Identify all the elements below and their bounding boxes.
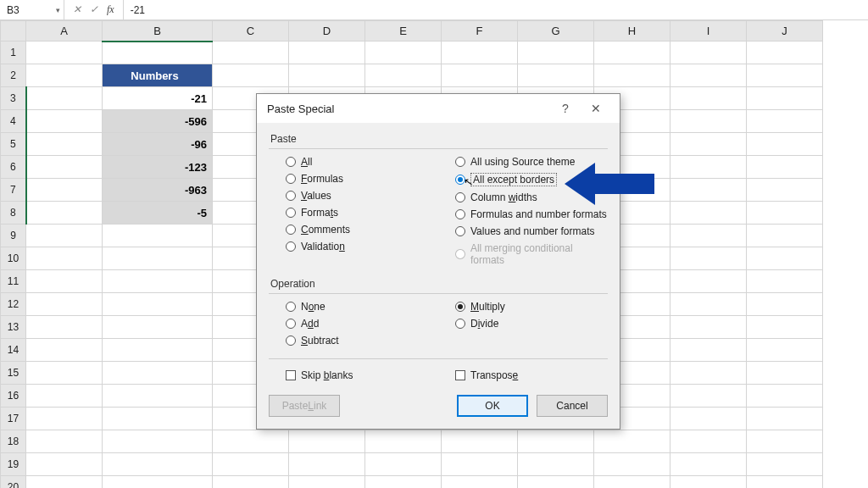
ok-button[interactable]: OK bbox=[457, 395, 528, 417]
row-header[interactable]: 14 bbox=[1, 339, 26, 362]
cell[interactable] bbox=[26, 362, 103, 385]
cell[interactable] bbox=[747, 247, 823, 270]
cell[interactable] bbox=[747, 316, 823, 339]
cell[interactable] bbox=[670, 385, 747, 408]
cell[interactable] bbox=[747, 110, 823, 133]
skip-blanks-checkbox[interactable]: Skip blanks bbox=[269, 369, 438, 381]
cell[interactable] bbox=[365, 430, 442, 453]
cell[interactable] bbox=[26, 476, 103, 489]
cell[interactable] bbox=[26, 385, 103, 408]
col-header-E[interactable]: E bbox=[365, 21, 442, 42]
radio-formulas[interactable]: Formulas bbox=[286, 173, 438, 185]
radio-formulas-and-number-formats[interactable]: Formulas and number formats bbox=[455, 208, 608, 220]
cell[interactable] bbox=[26, 110, 103, 133]
cell[interactable] bbox=[747, 453, 823, 476]
row-header[interactable]: 20 bbox=[1, 476, 26, 489]
cell[interactable] bbox=[747, 87, 823, 110]
cell[interactable] bbox=[747, 385, 823, 408]
cell[interactable] bbox=[213, 476, 289, 489]
cell[interactable] bbox=[26, 247, 103, 270]
cell[interactable] bbox=[26, 225, 103, 247]
row-header[interactable]: 15 bbox=[1, 362, 26, 385]
cell[interactable] bbox=[442, 453, 518, 476]
radio-all[interactable]: All bbox=[286, 156, 438, 168]
row-header[interactable]: 10 bbox=[1, 247, 26, 270]
cell[interactable] bbox=[670, 339, 747, 362]
row-header[interactable]: 13 bbox=[1, 316, 26, 339]
dialog-titlebar[interactable]: Paste Special ? ✕ bbox=[257, 94, 620, 123]
row-header[interactable]: 2 bbox=[1, 64, 26, 87]
cell[interactable] bbox=[747, 202, 823, 225]
cell[interactable] bbox=[670, 202, 747, 225]
col-header-H[interactable]: H bbox=[594, 21, 670, 42]
cell[interactable] bbox=[670, 362, 747, 385]
cell[interactable] bbox=[289, 476, 365, 489]
cell[interactable] bbox=[103, 385, 213, 408]
radio-divide[interactable]: Divide bbox=[455, 318, 608, 330]
cell[interactable] bbox=[26, 64, 103, 87]
radio-multiply[interactable]: Multiply bbox=[455, 301, 608, 313]
cell[interactable] bbox=[594, 64, 670, 87]
cell[interactable] bbox=[289, 42, 365, 64]
cell[interactable] bbox=[103, 408, 213, 430]
radio-formats[interactable]: Formats bbox=[286, 207, 438, 219]
radio-validation[interactable]: Validation bbox=[286, 241, 438, 252]
cell[interactable] bbox=[747, 408, 823, 430]
row-header[interactable]: 9 bbox=[1, 225, 26, 247]
cell[interactable] bbox=[670, 453, 747, 476]
radio-subtract[interactable]: Subtract bbox=[286, 335, 438, 347]
row-header[interactable]: 12 bbox=[1, 293, 26, 316]
radio-values[interactable]: Values bbox=[286, 190, 438, 202]
cell[interactable] bbox=[670, 270, 747, 293]
cell[interactable] bbox=[747, 225, 823, 247]
col-header-F[interactable]: F bbox=[442, 21, 518, 42]
cell[interactable] bbox=[670, 64, 747, 87]
col-header-G[interactable]: G bbox=[518, 21, 594, 42]
cell[interactable] bbox=[213, 430, 289, 453]
row-header[interactable]: 19 bbox=[1, 453, 26, 476]
cell[interactable] bbox=[670, 179, 747, 202]
row-header[interactable]: 4 bbox=[1, 110, 26, 133]
cell[interactable] bbox=[747, 270, 823, 293]
cell[interactable] bbox=[442, 64, 518, 87]
cell[interactable] bbox=[26, 453, 103, 476]
cell[interactable] bbox=[670, 110, 747, 133]
cell[interactable] bbox=[670, 476, 747, 489]
cell[interactable] bbox=[103, 225, 213, 247]
cell[interactable] bbox=[518, 476, 594, 489]
cell[interactable] bbox=[365, 64, 442, 87]
cell[interactable] bbox=[670, 42, 747, 64]
cell[interactable] bbox=[670, 156, 747, 179]
cell[interactable] bbox=[103, 247, 213, 270]
cell[interactable] bbox=[747, 362, 823, 385]
cell[interactable] bbox=[747, 64, 823, 87]
cell[interactable] bbox=[26, 408, 103, 430]
cell[interactable] bbox=[365, 42, 442, 64]
col-header-B[interactable]: B bbox=[103, 21, 213, 42]
cell[interactable] bbox=[26, 430, 103, 453]
radio-values-and-number-formats[interactable]: Values and number formats bbox=[455, 225, 608, 237]
cancel-button[interactable]: Cancel bbox=[537, 395, 608, 417]
cell[interactable] bbox=[26, 202, 103, 225]
cell[interactable] bbox=[518, 64, 594, 87]
cell[interactable]: -5 bbox=[103, 202, 213, 225]
cell[interactable] bbox=[26, 87, 103, 110]
cell[interactable] bbox=[518, 430, 594, 453]
cell[interactable] bbox=[26, 179, 103, 202]
cell[interactable]: -21 bbox=[103, 87, 213, 110]
cell[interactable]: Numbers bbox=[103, 64, 213, 87]
cell[interactable] bbox=[670, 87, 747, 110]
transpose-checkbox[interactable]: Transpose bbox=[438, 369, 608, 381]
cell[interactable] bbox=[747, 42, 823, 64]
cell[interactable]: -963 bbox=[103, 179, 213, 202]
cell[interactable]: -96 bbox=[103, 133, 213, 156]
cell[interactable] bbox=[103, 453, 213, 476]
row-header[interactable]: 7 bbox=[1, 179, 26, 202]
cell[interactable] bbox=[26, 133, 103, 156]
col-header-D[interactable]: D bbox=[289, 21, 365, 42]
name-box-dropdown-icon[interactable]: ▾ bbox=[56, 6, 60, 14]
fx-icon[interactable]: fx bbox=[107, 3, 114, 16]
row-header[interactable]: 11 bbox=[1, 270, 26, 293]
cell[interactable] bbox=[26, 316, 103, 339]
cell[interactable] bbox=[103, 42, 213, 64]
